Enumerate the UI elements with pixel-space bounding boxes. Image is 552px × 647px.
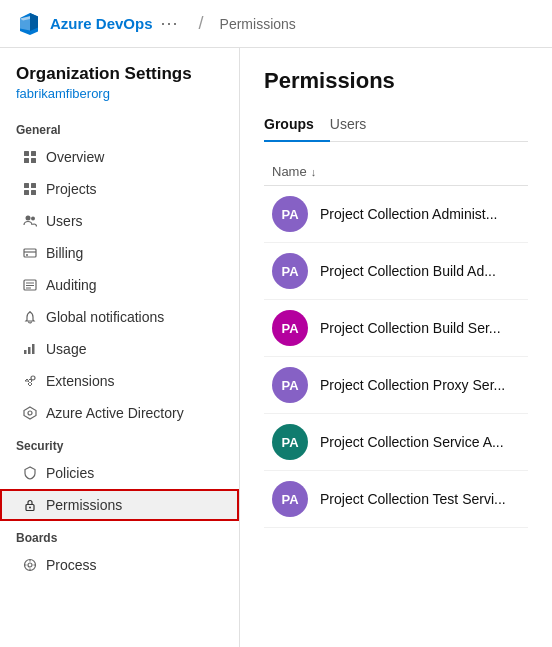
list-item[interactable]: PA Project Collection Build Ad... xyxy=(264,243,528,300)
svg-rect-0 xyxy=(24,151,29,156)
sidebar: Organization Settings fabrikamfiberorg G… xyxy=(0,48,240,647)
sidebar-item-overview-label: Overview xyxy=(46,149,104,165)
svg-point-20 xyxy=(29,507,31,509)
azure-devops-logo-icon xyxy=(16,11,42,37)
sidebar-item-auditing[interactable]: Auditing xyxy=(0,269,239,301)
avatar: PA xyxy=(272,310,308,346)
item-label: Project Collection Administ... xyxy=(320,206,497,222)
sidebar-item-global-notifications-label: Global notifications xyxy=(46,309,164,325)
col-name-label: Name xyxy=(272,164,307,179)
top-bar: Azure DevOps ··· / Permissions xyxy=(0,0,552,48)
content-area: Permissions Groups Users Name ↓ PA Proje… xyxy=(240,48,552,647)
svg-point-22 xyxy=(28,563,32,567)
svg-point-18 xyxy=(28,411,32,415)
sidebar-item-users-label: Users xyxy=(46,213,83,229)
more-dots[interactable]: ··· xyxy=(161,13,179,34)
tab-groups[interactable]: Groups xyxy=(264,110,330,142)
users-icon xyxy=(22,213,38,229)
item-label: Project Collection Service A... xyxy=(320,434,504,450)
list-item[interactable]: PA Project Collection Service A... xyxy=(264,414,528,471)
svg-rect-4 xyxy=(24,183,29,188)
avatar: PA xyxy=(272,367,308,403)
sidebar-item-policies-label: Policies xyxy=(46,465,94,481)
sidebar-item-permissions[interactable]: Permissions xyxy=(0,489,239,521)
projects-icon xyxy=(22,181,38,197)
svg-point-17 xyxy=(31,376,35,380)
list-item[interactable]: PA Project Collection Test Servi... xyxy=(264,471,528,528)
svg-rect-5 xyxy=(31,183,36,188)
sidebar-item-policies[interactable]: Policies xyxy=(0,457,239,489)
policies-icon xyxy=(22,465,38,481)
col-name-header[interactable]: Name ↓ xyxy=(272,164,316,179)
sidebar-item-process[interactable]: Process xyxy=(0,549,239,581)
svg-point-9 xyxy=(31,217,35,221)
notifications-icon xyxy=(22,309,38,325)
sidebar-item-billing-label: Billing xyxy=(46,245,83,261)
usage-icon xyxy=(22,341,38,357)
sidebar-item-permissions-label: Permissions xyxy=(46,497,122,513)
svg-rect-10 xyxy=(24,249,36,257)
lock-icon xyxy=(22,497,38,513)
item-label: Project Collection Build Ser... xyxy=(320,320,501,336)
svg-rect-1 xyxy=(31,151,36,156)
svg-rect-15 xyxy=(28,347,31,354)
sidebar-item-usage-label: Usage xyxy=(46,341,86,357)
svg-rect-3 xyxy=(31,158,36,163)
main-layout: Organization Settings fabrikamfiberorg G… xyxy=(0,48,552,647)
billing-icon xyxy=(22,245,38,261)
sidebar-org-title: Organization Settings xyxy=(0,64,239,86)
sidebar-item-usage[interactable]: Usage xyxy=(0,333,239,365)
grid-icon xyxy=(22,149,38,165)
list-item[interactable]: PA Project Collection Build Ser... xyxy=(264,300,528,357)
breadcrumb-label: Permissions xyxy=(220,16,296,32)
tab-users[interactable]: Users xyxy=(330,110,383,142)
breadcrumb-separator: / xyxy=(199,13,204,34)
list-item[interactable]: PA Project Collection Proxy Ser... xyxy=(264,357,528,414)
table-header: Name ↓ xyxy=(264,158,528,186)
svg-rect-16 xyxy=(32,344,35,354)
item-label: Project Collection Build Ad... xyxy=(320,263,496,279)
avatar: PA xyxy=(272,196,308,232)
sidebar-item-global-notifications[interactable]: Global notifications xyxy=(0,301,239,333)
sidebar-item-users[interactable]: Users xyxy=(0,205,239,237)
sidebar-section-boards: Boards xyxy=(0,521,239,549)
app-title: Azure DevOps xyxy=(50,15,153,32)
logo-area[interactable]: Azure DevOps xyxy=(16,11,153,37)
sidebar-item-extensions[interactable]: Extensions xyxy=(0,365,239,397)
svg-rect-7 xyxy=(31,190,36,195)
list-item[interactable]: PA Project Collection Administ... xyxy=(264,186,528,243)
avatar: PA xyxy=(272,253,308,289)
tabs-bar: Groups Users xyxy=(264,110,528,142)
item-label: Project Collection Proxy Ser... xyxy=(320,377,505,393)
sidebar-item-azure-active-directory[interactable]: Azure Active Directory xyxy=(0,397,239,429)
extensions-icon xyxy=(22,373,38,389)
svg-rect-14 xyxy=(24,350,27,354)
svg-rect-6 xyxy=(24,190,29,195)
page-title: Permissions xyxy=(264,68,528,94)
sidebar-item-extensions-label: Extensions xyxy=(46,373,114,389)
azure-ad-icon xyxy=(22,405,38,421)
sidebar-item-azure-active-directory-label: Azure Active Directory xyxy=(46,405,184,421)
sort-arrow-icon: ↓ xyxy=(311,166,317,178)
avatar: PA xyxy=(272,424,308,460)
item-label: Project Collection Test Servi... xyxy=(320,491,506,507)
sidebar-item-auditing-label: Auditing xyxy=(46,277,97,293)
sidebar-item-process-label: Process xyxy=(46,557,97,573)
svg-rect-2 xyxy=(24,158,29,163)
auditing-icon xyxy=(22,277,38,293)
svg-point-8 xyxy=(26,216,31,221)
svg-point-11 xyxy=(26,254,28,256)
sidebar-org-name[interactable]: fabrikamfiberorg xyxy=(0,86,239,113)
avatar: PA xyxy=(272,481,308,517)
sidebar-item-projects[interactable]: Projects xyxy=(0,173,239,205)
svg-point-13 xyxy=(29,311,31,313)
sidebar-item-overview[interactable]: Overview xyxy=(0,141,239,173)
sidebar-item-billing[interactable]: Billing xyxy=(0,237,239,269)
sidebar-section-security: Security xyxy=(0,429,239,457)
sidebar-item-projects-label: Projects xyxy=(46,181,97,197)
sidebar-section-general: General xyxy=(0,113,239,141)
process-icon xyxy=(22,557,38,573)
